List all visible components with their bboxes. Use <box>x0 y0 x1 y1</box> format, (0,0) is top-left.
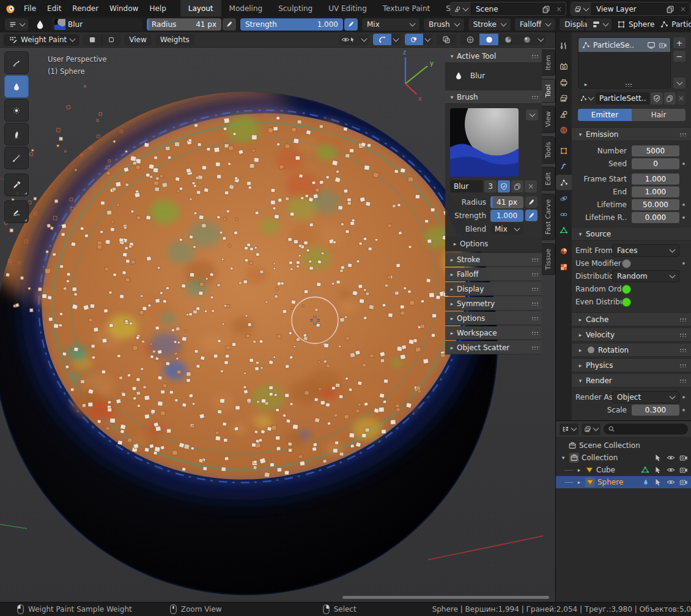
view-layer-icon[interactable] <box>571 2 592 15</box>
tab-view[interactable]: View <box>542 106 555 133</box>
tool-annotate-button[interactable] <box>4 200 29 223</box>
emit-from-dropdown[interactable]: Faces <box>612 244 679 257</box>
lifetime-field[interactable]: 50.000 <box>632 199 679 210</box>
unlink-settings-button[interactable]: × <box>677 92 685 105</box>
tool-smear-button[interactable] <box>4 123 29 145</box>
lifetime-random-field[interactable]: 0.000 <box>632 212 679 223</box>
tab-tools[interactable]: Tools <box>542 136 555 164</box>
workspace-tab-sculpting[interactable]: Sculpting <box>270 0 320 16</box>
emission-panel-header[interactable]: ▾Emission <box>572 127 691 141</box>
tab-tool[interactable]: Tool <box>542 79 555 103</box>
number-field[interactable]: 5000 <box>632 145 679 156</box>
expand-icon[interactable]: ▸ <box>575 479 583 485</box>
tool-sample-weight-button[interactable] <box>4 174 29 196</box>
particle-systems-list[interactable]: ParticleSe.. ▸ <box>578 37 671 89</box>
drag-dots-icon[interactable] <box>531 54 539 58</box>
scene-selector[interactable]: Scene × <box>450 2 566 16</box>
brush-select-dropdown[interactable] <box>526 109 538 120</box>
tab-scene-icon[interactable] <box>556 106 572 122</box>
shading-rendered-button[interactable] <box>517 34 536 45</box>
hide-eye-icon[interactable] <box>667 453 675 462</box>
rotation-checkbox[interactable] <box>588 346 594 353</box>
outliner-row-sphere[interactable]: ▸ Sphere <box>556 476 691 488</box>
outliner-search-input[interactable] <box>604 424 688 435</box>
workspace-tab-modeling[interactable]: Modeling <box>221 0 271 16</box>
tab-texture-icon[interactable] <box>556 259 572 274</box>
outliner-row-scene-collection[interactable]: Scene Collection <box>556 439 691 452</box>
editor-type-button[interactable] <box>5 18 28 31</box>
outliner-row-collection[interactable]: ▾ Collection <box>556 452 691 464</box>
vertex-mask-toggle[interactable] <box>102 34 120 46</box>
face-mask-toggle[interactable] <box>83 34 102 46</box>
brush-users-button[interactable]: 3 <box>484 180 497 193</box>
workspace-panel-header[interactable]: ▸Workspace <box>445 326 542 340</box>
strength-pressure-button[interactable] <box>344 18 358 31</box>
outliner-filter-button[interactable] <box>582 424 600 435</box>
hair-tab[interactable]: Hair <box>632 109 685 121</box>
menu-render[interactable]: Render <box>67 0 104 16</box>
gizmo-icon[interactable] <box>373 34 391 45</box>
hide-eye-icon[interactable] <box>667 466 675 474</box>
particle-specials-dropdown[interactable] <box>673 78 685 89</box>
render-camera-icon[interactable] <box>679 453 688 462</box>
tab-physics-icon[interactable] <box>556 191 572 206</box>
scene-icon[interactable] <box>451 2 471 15</box>
list-resize-grip[interactable] <box>624 82 632 87</box>
brush-options-subpanel[interactable]: ▸Options <box>445 237 542 251</box>
display-panel-header[interactable]: ▸Display <box>445 282 542 296</box>
stroke-popover[interactable]: Stroke <box>468 18 511 31</box>
random-order-toggle[interactable] <box>622 285 631 294</box>
falloff-popover[interactable]: Falloff <box>515 18 555 31</box>
settings-browse-button[interactable] <box>578 92 594 105</box>
menu-window[interactable]: Window <box>104 0 144 16</box>
remove-particle-system-button[interactable]: − <box>673 51 685 62</box>
view-layer-remove-icon[interactable]: × <box>676 5 690 13</box>
gizmos-toggle[interactable] <box>373 34 401 45</box>
sidebar-blend-dropdown[interactable]: Mix <box>490 223 523 235</box>
properties-editor-type-button[interactable] <box>588 18 612 31</box>
emitter-tab[interactable]: Emitter <box>578 109 632 121</box>
view-layer-name[interactable]: View Layer <box>592 5 664 13</box>
distribution-dropdown[interactable]: Random <box>612 270 679 282</box>
use-modifier-stack-toggle[interactable] <box>622 259 631 268</box>
object-scatter-panel-header[interactable]: ▸Object Scatter <box>445 341 542 354</box>
tab-render-icon[interactable] <box>556 59 572 74</box>
seed-field[interactable]: 0 <box>632 158 679 169</box>
render-panel-header[interactable]: ▾Render <box>572 373 691 387</box>
render-as-dropdown[interactable]: Object <box>612 391 679 403</box>
scale-field[interactable]: 0.300 <box>632 405 679 416</box>
outliner-editor-type-button[interactable] <box>560 424 578 435</box>
radius-pressure-button[interactable] <box>525 196 538 208</box>
tab-output-icon[interactable] <box>556 75 572 90</box>
tab-object-data-icon[interactable] <box>556 222 572 238</box>
render-camera-icon[interactable] <box>679 466 688 474</box>
overlays-toggle[interactable] <box>405 34 432 45</box>
tab-object-icon[interactable] <box>556 143 572 158</box>
cache-panel-header[interactable]: ▸Cache <box>572 312 691 326</box>
tab-world-icon[interactable] <box>556 122 572 138</box>
scene-unlink-icon[interactable]: × <box>552 5 566 13</box>
render-camera-icon[interactable] <box>679 478 688 486</box>
source-subpanel-header[interactable]: ▾Source <box>572 227 691 241</box>
tab-fast-carve[interactable]: Fast Carve <box>542 194 555 240</box>
workspace-tab-layout[interactable]: Layout <box>180 0 221 16</box>
brush-preview[interactable] <box>445 104 542 179</box>
brush-name-field[interactable]: Blur <box>52 18 142 31</box>
animate-dot[interactable] <box>682 163 685 165</box>
velocity-panel-header[interactable]: ▸Velocity <box>572 328 691 342</box>
tool-draw-button[interactable] <box>4 51 29 74</box>
duplicate-brush-button[interactable] <box>511 180 523 193</box>
animate-dot[interactable] <box>682 262 685 265</box>
brush-panel-header[interactable]: ▾Brush <box>445 90 542 104</box>
tab-item[interactable]: Item <box>542 50 555 76</box>
3d-viewport[interactable]: Weight Paint View Weights <box>0 32 555 602</box>
tool-gradient-button[interactable] <box>4 147 29 169</box>
shading-material-button[interactable] <box>498 34 517 45</box>
workspace-tab-uv-editing[interactable]: UV Editing <box>320 0 375 16</box>
xray-toggle[interactable] <box>437 34 456 45</box>
add-particle-system-button[interactable]: + <box>673 37 685 48</box>
animate-dot[interactable] <box>682 216 685 219</box>
frame-start-field[interactable]: 1.000 <box>632 174 679 185</box>
end-field[interactable]: 1.000 <box>632 186 679 197</box>
scene-new-icon[interactable] <box>540 5 552 13</box>
